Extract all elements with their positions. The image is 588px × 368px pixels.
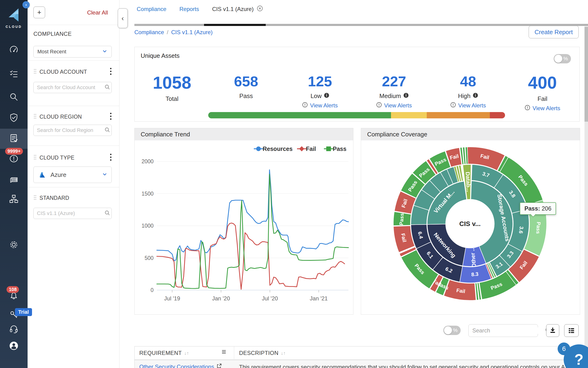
unique-assets-title: Unique Assets bbox=[141, 52, 179, 59]
tooltip-series: Pass: bbox=[524, 205, 540, 212]
filter-section-header-standard: STANDARD bbox=[33, 195, 112, 201]
sort-select[interactable]: Most Recent bbox=[33, 46, 112, 57]
cloud-type-value: Azure bbox=[51, 171, 102, 178]
table-view-button[interactable] bbox=[564, 324, 579, 337]
view-alerts-link[interactable]: View Alerts bbox=[302, 102, 338, 109]
percent-toggle[interactable]: % bbox=[554, 54, 571, 63]
external-link-icon bbox=[216, 363, 222, 368]
sunburst-tooltip: Pass: 206 bbox=[520, 202, 556, 215]
breadcrumb-link-2[interactable]: CIS v1.1 (Azure) bbox=[171, 29, 212, 36]
sunburst-label: 8.3 bbox=[471, 271, 479, 277]
sidebar-item-containers[interactable] bbox=[0, 170, 27, 190]
filter-section-title: CLOUD TYPE bbox=[39, 155, 110, 161]
drag-handle-icon[interactable] bbox=[33, 195, 37, 201]
gauge-icon bbox=[9, 45, 19, 56]
kebab-menu-icon[interactable] bbox=[110, 153, 112, 162]
stat-value: 227 bbox=[376, 74, 412, 89]
drag-handle-icon[interactable] bbox=[33, 113, 37, 120]
horizontal-scrollbar-thumb[interactable] bbox=[204, 24, 266, 26]
add-filter-button[interactable]: + bbox=[33, 7, 45, 18]
trend-line-fail[interactable] bbox=[157, 223, 345, 289]
info-icon[interactable] bbox=[403, 92, 409, 100]
cloud-type-select[interactable]: Azure bbox=[33, 166, 112, 183]
vertical-scrollbar-thumb[interactable] bbox=[585, 27, 588, 122]
drag-handle-icon[interactable] bbox=[33, 154, 37, 161]
requirement-link[interactable]: Other Security Considerations bbox=[139, 363, 222, 368]
sort-icon[interactable]: ↓↑ bbox=[184, 350, 189, 356]
alert-circle-icon bbox=[525, 105, 530, 112]
drag-handle-icon[interactable] bbox=[33, 69, 37, 75]
legend-item-fail[interactable]: Fail bbox=[297, 146, 316, 152]
tab-cis-v1-1-azure-[interactable]: CIS v1.1 (Azure) bbox=[212, 5, 263, 13]
help-badge: 6 bbox=[558, 342, 570, 355]
table-search-input[interactable] bbox=[472, 327, 545, 334]
sidebar-item-resources[interactable] bbox=[0, 189, 27, 209]
column-divider[interactable] bbox=[234, 347, 234, 359]
svg-text:2000: 2000 bbox=[142, 158, 154, 165]
view-alerts-link[interactable]: View Alerts bbox=[450, 102, 486, 109]
toggle-knob bbox=[444, 326, 452, 334]
trend-line-pass[interactable] bbox=[157, 174, 349, 288]
stat-label: High bbox=[458, 92, 470, 100]
legend-item-resources[interactable]: Resources bbox=[254, 146, 293, 152]
compliance-coverage-sunburst[interactable]: Storage AccountsOther ...NetworkingVirtu… bbox=[361, 140, 580, 314]
view-alerts-link[interactable]: View Alerts bbox=[525, 105, 560, 112]
create-report-button[interactable]: Create Report bbox=[529, 26, 579, 38]
svg-text:Jul '20: Jul '20 bbox=[262, 295, 278, 302]
collapse-panel-button[interactable]: ‹ bbox=[118, 9, 128, 28]
sidebar-item-settings[interactable] bbox=[0, 235, 27, 255]
tab-label: Compliance bbox=[137, 6, 167, 12]
horizontal-scrollbar-track[interactable] bbox=[134, 24, 588, 26]
chevron-down-icon bbox=[102, 171, 108, 178]
filter-search-input[interactable] bbox=[37, 210, 104, 216]
legend-item-pass[interactable]: Pass bbox=[324, 146, 346, 152]
breadcrumb-link-1[interactable]: Compliance bbox=[134, 29, 164, 36]
table-percent-toggle[interactable]: % bbox=[443, 326, 461, 335]
column-menu-icon[interactable] bbox=[221, 350, 226, 354]
sidebar-item-policies[interactable] bbox=[0, 64, 27, 84]
tab-compliance[interactable]: Compliance bbox=[137, 6, 167, 12]
compliance-trend-card: Compliance Trend 0500100015002000Jul '19… bbox=[134, 128, 353, 315]
filter-section-header-cloud-account: CLOUD ACCOUNT bbox=[33, 67, 112, 76]
kebab-menu-icon[interactable] bbox=[110, 112, 112, 121]
kebab-menu-icon[interactable] bbox=[110, 67, 112, 76]
shield-check-icon bbox=[9, 113, 19, 124]
filter-search-input[interactable] bbox=[37, 127, 104, 133]
sidebar-item-compliance[interactable] bbox=[0, 129, 27, 149]
sidebar-item-security[interactable] bbox=[0, 108, 27, 128]
filter-search-input[interactable] bbox=[37, 84, 104, 91]
sidebar-item-dashboard[interactable] bbox=[0, 40, 27, 60]
info-icon[interactable] bbox=[324, 92, 329, 100]
stat-label: Low bbox=[311, 92, 322, 100]
column-header-description[interactable]: DESCRIPTION↓↑ bbox=[239, 350, 286, 356]
compliance-trend-chart[interactable]: 0500100015002000Jul '19Jan '20Jul '20Jan… bbox=[135, 140, 353, 314]
svg-text:Jul '19: Jul '19 bbox=[164, 295, 180, 302]
sort-icon[interactable]: ↓↑ bbox=[281, 350, 286, 356]
alert-circle-icon bbox=[9, 154, 19, 165]
sidebar-item-profile[interactable] bbox=[0, 336, 27, 356]
trend-line-resources[interactable] bbox=[157, 170, 349, 261]
sidebar-item-investigate[interactable] bbox=[0, 87, 27, 107]
filter-section-title: CLOUD REGION bbox=[39, 114, 110, 120]
filter-panel: + Clear All COMPLIANCE Most Recent CLOUD… bbox=[27, 0, 119, 368]
stat-value: 1058 bbox=[153, 74, 191, 92]
download-button[interactable] bbox=[546, 324, 559, 337]
filter-section-header-cloud-region: CLOUD REGION bbox=[33, 112, 112, 121]
close-tab-icon[interactable] bbox=[257, 5, 263, 13]
brand-logo-icon bbox=[7, 7, 21, 22]
sidebar-expand-button[interactable]: › bbox=[22, 1, 30, 9]
tab-reports[interactable]: Reports bbox=[179, 6, 199, 12]
view-alerts-link[interactable]: View Alerts bbox=[376, 102, 412, 109]
azure-logo-icon bbox=[37, 170, 46, 179]
stat-value: 658 bbox=[234, 74, 258, 89]
clear-all-link[interactable]: Clear All bbox=[87, 9, 108, 16]
trial-badge: Trial bbox=[15, 308, 32, 316]
table-row[interactable]: Other Security ConsiderationsThis requir… bbox=[135, 359, 579, 368]
column-header-requirement[interactable]: REQUIREMENT↓↑ bbox=[139, 350, 189, 356]
chevron-down-icon bbox=[102, 48, 108, 55]
info-icon[interactable] bbox=[473, 92, 478, 100]
sunburst-center-label: CIS v... bbox=[459, 220, 481, 227]
nav-sidebar: CLOUD 9999+ 108Trial bbox=[0, 0, 27, 368]
svg-text:Fail: Fail bbox=[306, 146, 316, 152]
sunburst-label: Fail bbox=[456, 287, 465, 294]
